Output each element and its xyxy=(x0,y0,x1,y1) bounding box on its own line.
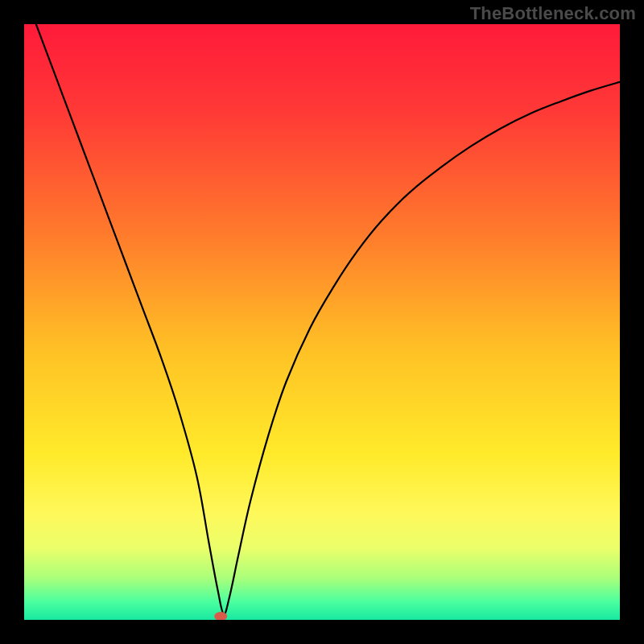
watermark-text: TheBottleneck.com xyxy=(470,3,636,24)
plot-svg xyxy=(24,24,620,620)
plot-area xyxy=(24,24,620,620)
chart-frame: TheBottleneck.com xyxy=(0,0,644,644)
